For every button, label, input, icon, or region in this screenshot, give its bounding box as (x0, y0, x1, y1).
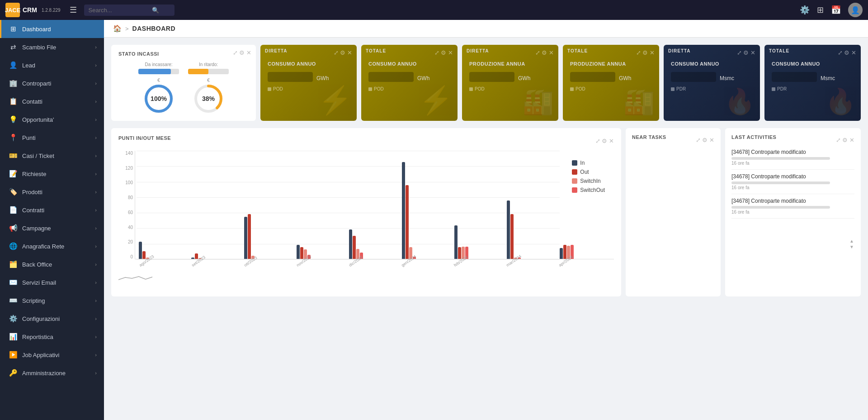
pod-dot4 (570, 87, 574, 91)
legend-item: SwitchIn (572, 178, 605, 184)
diretta-consumo-controls[interactable]: ⤢ ⚙ ✕ (334, 49, 352, 56)
near-tasks-controls[interactable]: ⤢ ⚙ ✕ (696, 137, 714, 143)
legend-item: SwitchOut (572, 187, 605, 193)
sidebar-item-punti[interactable]: 📍 Punti › (0, 129, 104, 147)
chevron-icon: › (95, 352, 97, 358)
sidebar-item-richieste[interactable]: 📝 Richieste › (0, 165, 104, 183)
sidebar-item-servizi-email[interactable]: ✉️ Servizi Email › (0, 273, 104, 291)
chevron-icon: › (95, 171, 97, 177)
legend-item: In (572, 160, 605, 166)
sidebar-item-scambio-file[interactable]: ⇄ Scambio File › (0, 38, 104, 56)
sidebar-item-prodotti[interactable]: 🏷️ Prodotti › (0, 183, 104, 201)
sidebar-item-scripting[interactable]: ⌨️ Scripting › (0, 291, 104, 310)
job-applicativi-icon: ▶️ (9, 351, 18, 359)
settings-icon[interactable]: ⚙️ (800, 5, 810, 15)
sidebar-item-casi-ticket[interactable]: 🎫 Casi / Ticket › (0, 147, 104, 165)
chevron-icon: › (95, 81, 97, 86)
sidebar-item-lead[interactable]: 👤 Lead › (0, 56, 104, 74)
scroll-down[interactable]: ▼ (849, 244, 854, 249)
grid-icon[interactable]: ⊞ (817, 5, 824, 15)
widget-near-tasks: NEAR TASKS ⤢ ⚙ ✕ (626, 128, 721, 296)
x-labels: ago/2023set/2023ott/2023nov/2023dic/2023… (135, 262, 614, 268)
chevron-icon: › (95, 117, 97, 122)
activity-time: 16 ore fa (731, 210, 854, 215)
chart-legend: InOutSwitchInSwitchOut (572, 160, 605, 193)
sidebar-item-campagne[interactable]: 📢 Campagne › (0, 219, 104, 237)
totale-gas-controls[interactable]: ⤢ ⚙ ✕ (838, 49, 856, 56)
near-tasks-title: NEAR TASKS (632, 134, 666, 140)
controparti-icon: 🏢 (9, 79, 18, 87)
sidebar-item-back-office[interactable]: 🗂️ Back Office › (0, 255, 104, 273)
calendar-icon[interactable]: 📅 (831, 5, 841, 15)
chart-bar (139, 242, 142, 259)
chart-group (454, 225, 505, 259)
legend-color (572, 187, 577, 193)
lightning-icon2: ⚡ (419, 84, 453, 116)
anagrafica-rete-icon: 🌐 (9, 242, 18, 250)
chart-group (349, 229, 400, 259)
chart-bar (142, 251, 146, 259)
search-input[interactable] (89, 7, 152, 14)
sidebar-item-contratti[interactable]: 📄 Contratti › (0, 201, 104, 219)
scroll-up[interactable]: ▲ (849, 239, 854, 243)
factory-icon2: 🏭 (623, 87, 655, 116)
activities-scroll[interactable]: [34678] Controparte modificato 16 ore fa… (731, 145, 854, 236)
chevron-icon: › (95, 370, 97, 376)
stato-in-ritardo: In ritardo: € 38% (188, 62, 229, 115)
totale-consumo-value (368, 72, 414, 82)
search-box[interactable]: 🔍 (84, 5, 175, 16)
dashboard-content: STATO INCASSI ⤢ ⚙ ✕ Da incassare: € (104, 38, 868, 304)
sidebar-item-dashboard[interactable]: ⊞ Dashboard (0, 20, 104, 38)
sidebar-item-configurazioni[interactable]: ⚙️ Configurazioni › (0, 310, 104, 328)
last-activities-controls[interactable]: ⤢ ⚙ ✕ (836, 137, 854, 143)
chevron-icon: › (95, 225, 97, 231)
user-avatar[interactable]: 👤 (848, 3, 863, 17)
activity-item[interactable]: [34678] Controparte modificato 16 ore fa (731, 170, 854, 194)
in-ritardo-label: In ritardo: (199, 62, 218, 67)
activity-bar (731, 157, 830, 160)
sidebar-item-label: Amministrazione (22, 370, 95, 377)
app-version: 1.2.8.229 (42, 8, 61, 13)
chevron-icon: › (95, 243, 97, 249)
legend-color (572, 178, 577, 184)
totale-prod-controls[interactable]: ⤢ ⚙ ✕ (636, 49, 655, 56)
stato-da-incassare: Da incassare: € 100% (138, 62, 179, 115)
totale-consumo-controls[interactable]: ⤢ ⚙ ✕ (434, 49, 453, 56)
sidebar-item-reportistica[interactable]: 📊 Reportistica › (0, 328, 104, 346)
home-icon[interactable]: 🏠 (113, 24, 122, 33)
sidebar-item-opportunita[interactable]: 💡 Opportunita' › (0, 110, 104, 129)
chart-area: 020406080100120140 ago/2023set/2023ott/2… (118, 151, 614, 277)
stato-incassi-title: STATO INCASSI (118, 51, 249, 57)
circle-38-text: 38% (202, 95, 215, 102)
sidebar-item-label: Contatti (22, 98, 95, 105)
sidebar-item-amministrazione[interactable]: 🔑 Amministrazione › (0, 364, 104, 382)
sidebar-item-label: Punti (22, 134, 95, 141)
chart-controls[interactable]: ⤢ ⚙ ✕ (595, 138, 614, 144)
diretta-consumo-unit: GWh (316, 75, 329, 81)
activity-bar (731, 181, 830, 184)
sidebar-item-label: Servizi Email (22, 279, 95, 286)
da-incassare-label: Da incassare: (145, 62, 172, 67)
diretta-prod-controls[interactable]: ⤢ ⚙ ✕ (535, 49, 554, 56)
sidebar-item-label: Campagne (22, 225, 95, 232)
pod-dot2 (368, 87, 372, 91)
stato-incassi-controls[interactable]: ⤢ ⚙ ✕ (233, 49, 251, 56)
sidebar-item-job-applicativi[interactable]: ▶️ Job Applicativi › (0, 346, 104, 364)
widget-diretta-consumo: DIRETTA ⤢ ⚙ ✕ Consumo annuo GWh POD ⚡ (260, 45, 357, 121)
activity-item[interactable]: [34678] Controparte modificato 16 ore fa (731, 194, 854, 219)
chart-header: PUNTI IN/OUT MESE ⤢ ⚙ ✕ (118, 135, 614, 146)
sidebar-item-contatti[interactable]: 📋 Contatti › (0, 92, 104, 110)
chevron-icon: › (95, 62, 97, 68)
activity-item[interactable]: [34678] Controparte modificato 16 ore fa (731, 145, 854, 170)
diretta-gas-controls[interactable]: ⤢ ⚙ ✕ (737, 49, 755, 56)
chart-bar (454, 225, 458, 259)
diretta-prod-value (469, 72, 514, 82)
sidebar-item-controparti[interactable]: 🏢 Controparti › (0, 74, 104, 92)
activity-title: [34678] Controparte modificato (731, 149, 854, 155)
search-icon[interactable]: 🔍 (152, 7, 159, 14)
hamburger-icon[interactable]: ☰ (70, 5, 77, 15)
last-activities-header: LAST ACTIVITIES ⤢ ⚙ ✕ (731, 134, 854, 145)
chevron-icon: › (95, 99, 97, 104)
widget-stato-incassi: STATO INCASSI ⤢ ⚙ ✕ Da incassare: € (111, 45, 256, 121)
sidebar-item-anagrafica-rete[interactable]: 🌐 Anagrafica Rete › (0, 237, 104, 255)
